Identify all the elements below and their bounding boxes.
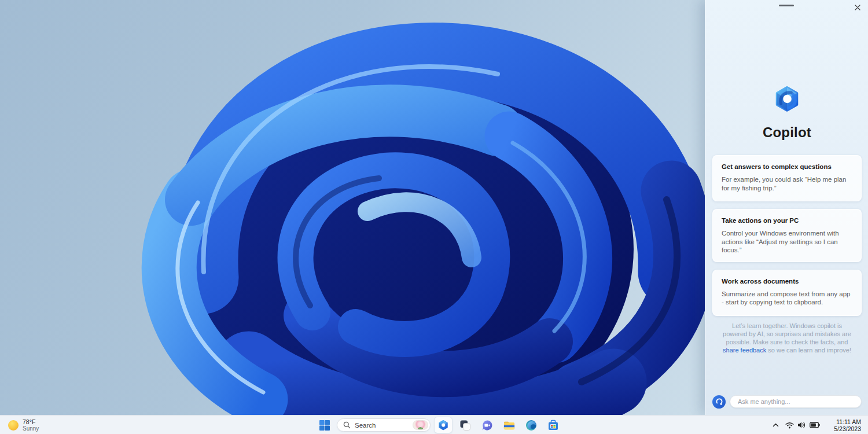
volume-icon: [797, 421, 806, 429]
copilot-ring-icon: [715, 398, 723, 406]
card-title: Take actions on your PC: [722, 217, 852, 224]
close-button[interactable]: [852, 2, 863, 13]
weather-widget[interactable]: 78°F Sunny: [3, 417, 43, 433]
chat-input-row: [712, 395, 862, 409]
copilot-panel: Copilot Get answers to complex questions…: [705, 0, 868, 415]
card-body: Summarize and compose text from any app …: [722, 290, 852, 307]
quick-settings-button[interactable]: [784, 417, 822, 433]
share-feedback-link[interactable]: share feedback: [723, 347, 766, 354]
system-tray: 11:11 AM 5/23/2023: [768, 417, 866, 433]
chevron-up-icon: [773, 423, 779, 427]
desktop-wallpaper[interactable]: [0, 0, 705, 415]
search-highlight-image: [413, 420, 428, 430]
store-button[interactable]: [544, 417, 562, 433]
task-view-icon: [459, 420, 471, 431]
edge-icon: [525, 420, 537, 431]
chat-button[interactable]: [478, 417, 496, 433]
weather-condition: Sunny: [23, 425, 39, 432]
copilot-taskbar-icon: [437, 420, 449, 431]
card-work-documents[interactable]: Work across documents Summarize and comp…: [712, 270, 862, 316]
microsoft-store-icon: [547, 420, 559, 431]
copilot-chat-icon: [712, 395, 726, 409]
panel-title: Copilot: [705, 124, 868, 141]
search-placeholder: Search: [355, 422, 409, 429]
disclaimer-after: so we can learn and improve!: [766, 347, 851, 354]
weather-temperature: 78°F: [23, 418, 39, 425]
clock-widget[interactable]: 11:11 AM 5/23/2023: [823, 417, 866, 433]
card-take-actions[interactable]: Take actions on your PC Control your Win…: [712, 209, 862, 262]
chat-input[interactable]: [730, 395, 862, 408]
copilot-branding: Copilot: [705, 84, 868, 141]
search-icon: [343, 421, 351, 429]
search-box[interactable]: Search: [337, 418, 431, 432]
card-title: Work across documents: [722, 278, 852, 285]
suggestion-cards: Get answers to complex questions For exa…: [712, 155, 862, 316]
chat-icon: [481, 420, 493, 431]
card-body: Control your Windows environment with ac…: [722, 229, 852, 255]
card-title: Get answers to complex questions: [722, 163, 852, 170]
disclaimer-before: Let’s learn together. Windows copilot is…: [723, 322, 851, 345]
panel-drag-handle[interactable]: [779, 5, 794, 6]
sun-icon: [8, 420, 19, 431]
disclaimer-text: Let’s learn together. Windows copilot is…: [720, 322, 854, 354]
file-explorer-button[interactable]: [500, 417, 518, 433]
card-body: For example, you could ask “Help me plan…: [722, 175, 852, 192]
wifi-icon: [785, 422, 794, 429]
file-explorer-icon: [503, 420, 515, 431]
taskbar-center-group: Search: [316, 417, 562, 433]
bloom-wallpaper-art: [0, 0, 705, 415]
card-get-answers[interactable]: Get answers to complex questions For exa…: [712, 155, 862, 201]
tray-time: 11:11 AM: [836, 418, 861, 425]
edge-button[interactable]: [522, 417, 540, 433]
taskbar-copilot-button[interactable]: [434, 417, 453, 433]
task-view-button[interactable]: [456, 417, 475, 433]
windows-start-icon: [319, 420, 330, 431]
tray-overflow-button[interactable]: [768, 417, 782, 433]
close-icon: [853, 3, 862, 12]
taskbar: 78°F Sunny Search: [0, 415, 868, 434]
copilot-logo-icon: [773, 84, 801, 115]
tray-date: 5/23/2023: [834, 425, 861, 432]
desktop: Copilot Get answers to complex questions…: [0, 0, 868, 434]
start-button[interactable]: [316, 417, 333, 433]
battery-icon: [810, 422, 820, 428]
